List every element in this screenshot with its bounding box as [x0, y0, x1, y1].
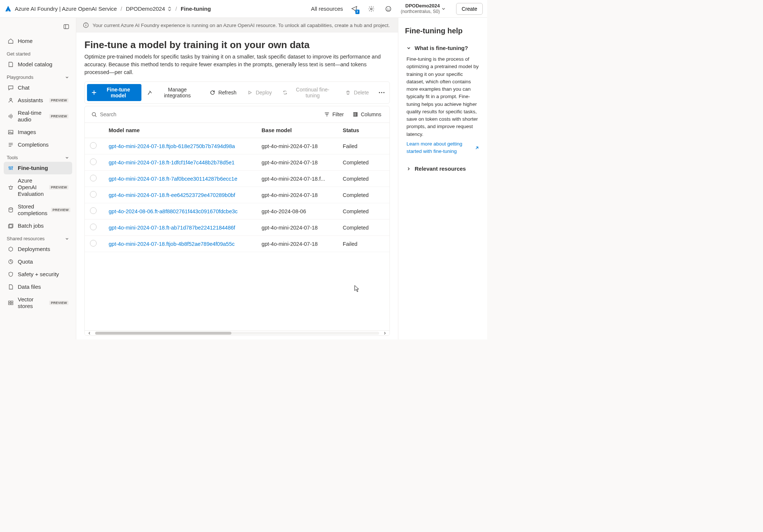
refresh-button[interactable]: Refresh: [205, 87, 241, 98]
page-title: Fine-tune a model by training it on your…: [84, 39, 390, 51]
model-link[interactable]: gpt-4o-mini-2024-07-18.ft-7af0bcee301142…: [109, 176, 237, 182]
row-select[interactable]: [90, 240, 97, 247]
settings-button[interactable]: [365, 3, 377, 15]
col-header-base[interactable]: Base model: [257, 123, 338, 138]
deploy-button: Deploy: [242, 87, 277, 98]
table-scroll[interactable]: Model name Base model Status Created on …: [85, 123, 389, 330]
sidebar-item-home[interactable]: Home: [4, 35, 72, 47]
help-accordion-what[interactable]: What is fine-tuning?: [405, 42, 481, 54]
help-accordion-resources[interactable]: Relevant resources: [405, 163, 481, 175]
sidebar-item-data-files[interactable]: Data files: [4, 281, 72, 293]
sidebar-item-stored-completions[interactable]: Stored completionsPREVIEW: [4, 200, 72, 220]
horizontal-scrollbar[interactable]: [85, 330, 389, 335]
search-input-wrap[interactable]: [89, 110, 171, 119]
scroll-right-icon[interactable]: [383, 331, 386, 335]
cell-status: Completed: [338, 220, 389, 236]
cell-status: Completed: [338, 171, 389, 187]
model-link[interactable]: gpt-4o-mini-2024-07-18.ftjob-618e2750b7b…: [109, 143, 235, 149]
columns-button[interactable]: Columns: [349, 109, 385, 120]
button-label: Delete: [354, 90, 369, 96]
preview-badge: PREVIEW: [49, 114, 68, 118]
sidebar-item-evaluation[interactable]: Azure OpenAI EvaluationPREVIEW: [4, 174, 72, 200]
completions-icon: [7, 141, 14, 148]
breadcrumb-project[interactable]: DPODemo2024: [126, 6, 172, 12]
breadcrumb-page: Fine-tuning: [181, 6, 211, 12]
sidebar-section-tools[interactable]: Tools: [4, 151, 72, 162]
search-input[interactable]: [100, 111, 168, 117]
scroll-thumb[interactable]: [95, 332, 231, 335]
learn-more-link[interactable]: Learn more about getting started with fi…: [406, 140, 479, 155]
row-select[interactable]: [90, 207, 97, 214]
help-panel: Fine-tuning help What is fine-tuning? Fi…: [398, 18, 487, 339]
breadcrumb-product[interactable]: Azure AI Foundry | Azure OpenAI Service: [15, 6, 117, 12]
row-select[interactable]: [90, 142, 97, 149]
sidebar-item-safety[interactable]: Safety + security: [4, 268, 72, 281]
row-select[interactable]: [90, 158, 97, 165]
sidebar-item-label: Deployments: [18, 246, 68, 252]
catalog-icon: [7, 61, 14, 68]
svg-rect-17: [11, 301, 13, 302]
sidebar-section-playgrounds[interactable]: Playgrounds: [4, 71, 72, 81]
sidebar-item-label: Data files: [18, 284, 68, 290]
filter-button[interactable]: Filter: [321, 109, 348, 120]
sidebar-section-get-started[interactable]: Get started: [4, 47, 72, 58]
account-dropdown[interactable]: DPODemo2024 (northcentralus, S0): [399, 2, 447, 15]
sidebar-item-model-catalog[interactable]: Model catalog: [4, 58, 72, 71]
more-icon: [379, 92, 385, 93]
table-row[interactable]: gpt-4o-mini-2024-07-18.ft-7af0bcee301142…: [85, 171, 389, 187]
table-row[interactable]: gpt-4o-mini-2024-07-18.ft-ab71d787be2241…: [85, 220, 389, 236]
azure-logo-icon: [4, 5, 12, 13]
sidebar-item-batch-jobs[interactable]: Batch jobs: [4, 220, 72, 232]
table-card: Filter Columns Model name Base model Sta…: [84, 106, 390, 336]
sidebar-item-images[interactable]: Images: [4, 126, 72, 138]
sidebar-item-chat[interactable]: Chat: [4, 81, 72, 94]
create-button[interactable]: Create: [456, 3, 483, 15]
sidebar-collapse-button[interactable]: [61, 21, 71, 32]
model-link[interactable]: gpt-4o-mini-2024-07-18.ft-ab71d787be2241…: [109, 225, 235, 231]
row-select[interactable]: [90, 224, 97, 230]
sidebar-item-completions[interactable]: Completions: [4, 138, 72, 151]
svg-point-25: [384, 92, 385, 93]
chevron-down-icon: [65, 155, 69, 160]
tuning-icon: [7, 165, 14, 171]
sidebar-section-shared[interactable]: Shared resources: [4, 232, 72, 243]
row-select[interactable]: [90, 191, 97, 198]
manage-integrations-button[interactable]: Manage integrations: [143, 84, 204, 101]
chevron-updown-icon[interactable]: [167, 6, 172, 11]
scroll-left-icon[interactable]: [88, 331, 91, 335]
filter-icon: [324, 112, 329, 117]
table-row[interactable]: gpt-4o-mini-2024-07-18.ftjob-4b8f52ae789…: [85, 236, 389, 252]
table-row[interactable]: gpt-4o-mini-2024-07-18.ft-ee642523729e47…: [85, 187, 389, 203]
finetune-model-button[interactable]: Fine-tune model: [87, 84, 141, 101]
sidebar-item-realtime-audio[interactable]: Real-time audioPREVIEW: [4, 107, 72, 126]
sidebar-item-fine-tuning[interactable]: Fine-tuning: [4, 162, 72, 174]
sidebar-item-assistants[interactable]: AssistantsPREVIEW: [4, 94, 72, 107]
file-icon: [7, 284, 14, 290]
row-select[interactable]: [90, 175, 97, 181]
all-resources-link[interactable]: All resources: [311, 6, 343, 12]
model-link[interactable]: gpt-4o-mini-2024-07-18.ft-1dfcf1f4e7c448…: [109, 160, 235, 165]
model-link[interactable]: gpt-4o-2024-08-06.ft-a8f8802761f443c0916…: [109, 208, 238, 214]
notifications-button[interactable]: 7: [348, 3, 360, 15]
sidebar-item-deployments[interactable]: Deployments: [4, 243, 72, 255]
table-row[interactable]: gpt-4o-mini-2024-07-18.ftjob-618e2750b7b…: [85, 138, 389, 154]
feedback-button[interactable]: [382, 3, 394, 15]
table-row[interactable]: gpt-4o-mini-2024-07-18.ft-1dfcf1f4e7c448…: [85, 154, 389, 171]
sidebar-item-label: Batch jobs: [18, 222, 68, 229]
svg-rect-4: [64, 25, 69, 29]
svg-rect-18: [9, 303, 10, 305]
account-region: (northcentralus, S0): [401, 9, 440, 14]
model-link[interactable]: gpt-4o-mini-2024-07-18.ft-ee642523729e47…: [109, 192, 235, 198]
col-header-name[interactable]: Model name: [104, 123, 257, 138]
sidebar-item-vector-stores[interactable]: Vector storesPREVIEW: [4, 293, 72, 312]
breadcrumb-project-label: DPODemo2024: [126, 6, 165, 12]
svg-rect-30: [357, 113, 357, 116]
account-name: DPODemo2024: [401, 3, 440, 9]
cell-model-name: gpt-4o-mini-2024-07-18.ftjob-618e2750b7b…: [104, 138, 257, 154]
col-header-status[interactable]: Status: [338, 123, 389, 138]
sidebar-item-label: Quota: [18, 258, 68, 265]
model-link[interactable]: gpt-4o-mini-2024-07-18.ftjob-4b8f52ae789…: [109, 241, 235, 247]
sidebar-item-quota[interactable]: Quota: [4, 255, 72, 268]
table-row[interactable]: gpt-4o-2024-08-06.ft-a8f8802761f443c0916…: [85, 203, 389, 220]
more-actions-button[interactable]: [376, 89, 387, 96]
